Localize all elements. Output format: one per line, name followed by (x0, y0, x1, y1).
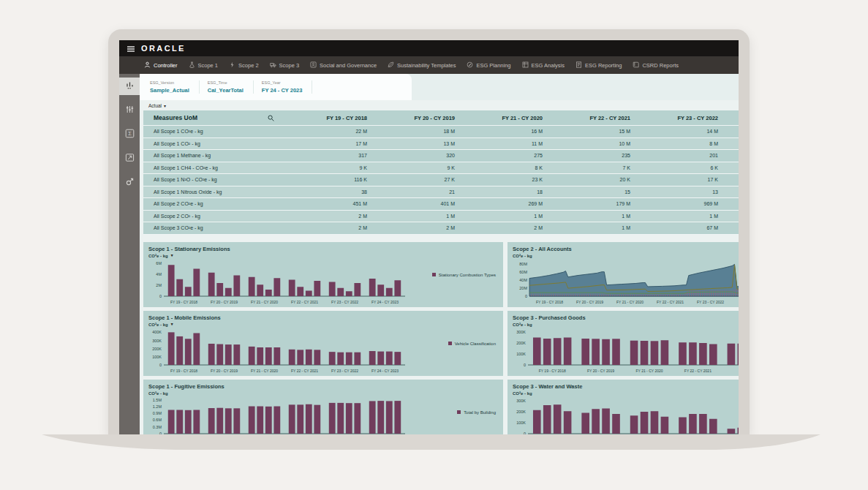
sidebar-item-image-export-icon[interactable] (119, 150, 140, 167)
pov-label: ESG_Time (208, 80, 244, 85)
chart-plot-scope-1-fugitive-emissions: 00.3M0.6M0.9M1.2M1.5MFY 19 - CY 2018FY 2… (145, 396, 408, 436)
person-icon (144, 61, 151, 69)
cell-value: 67 M (641, 225, 728, 230)
report-icon (575, 61, 582, 69)
pov-esg-version[interactable]: ESG_VersionSample_Actual (148, 80, 200, 94)
chart-panel-scope-1-fugitive-emissions: Scope 1 - Fugitive EmissionsCO²e - kgTot… (143, 380, 503, 436)
svg-text:FY 23 - CY 2022: FY 23 - CY 2022 (331, 300, 358, 304)
chevron-down-icon: ▾ (171, 254, 173, 258)
svg-text:FY 23 - CY 2022: FY 23 - CY 2022 (697, 300, 724, 304)
chart-plot-scope-2-all-accounts: 020M40M60M80MFY 19 - CY 2018FY 20 - CY 2… (509, 258, 739, 305)
actual-filter-label: Actual (148, 103, 162, 108)
pov-esg-year[interactable]: ESG_YearFY 24 - CY 2023 (260, 80, 313, 94)
column-header: FY 23 - CY 2022 (641, 115, 728, 121)
tab-scope-2[interactable]: Scope 2 (229, 56, 259, 74)
cell-value: 451 M (290, 201, 377, 206)
chart-measure-selector[interactable]: CO²e - kg▾ (143, 252, 503, 258)
tab-esg-reporting[interactable]: ESG Reporting (575, 56, 622, 74)
svg-text:200K: 200K (152, 346, 162, 350)
chart-title: Scope 3 - Purchased Goods (507, 311, 739, 321)
actual-filter[interactable]: Actual ▾ (140, 101, 739, 110)
chart-panel-scope-3-purchased-goods: Scope 3 - Purchased GoodsCO²e - kg0100K2… (507, 311, 739, 376)
chart-legend: Vehicle Classification (448, 342, 496, 346)
chart-measure-selector[interactable]: CO²e - kg▾ (143, 321, 503, 327)
svg-text:FY 20 - CY 2019: FY 20 - CY 2019 (211, 369, 238, 373)
tab-sustainability-templates[interactable]: Sustainability Templates (388, 56, 456, 74)
cell-value: 179 M (553, 201, 641, 206)
cell-value: 18 M (377, 129, 465, 134)
svg-text:FY 22 - CY 2021: FY 22 - CY 2021 (291, 369, 318, 373)
cell-value: 235 (553, 153, 641, 158)
tab-scope-3[interactable]: Scope 3 (270, 56, 300, 74)
cell-value: 269 M (465, 201, 553, 206)
tab-label: Social and Governance (320, 62, 377, 69)
table-row[interactable]: All Scope 3 CO²e - kg2 M2 M2 M1 M67 M (143, 222, 739, 235)
cell-value: 320 (377, 153, 465, 158)
svg-text:FY 24 - CY 2023: FY 24 - CY 2023 (371, 300, 399, 304)
chart-panel-scope-1-stationary-emissions: Scope 1 - Stationary EmissionsCO²e - kg▾… (143, 242, 503, 307)
row-label: All Scope 2 CO²e - kg (143, 201, 290, 206)
tab-esg-planning[interactable]: ESG Planning (467, 56, 510, 74)
svg-text:FY 20 - CY 2019: FY 20 - CY 2019 (587, 369, 614, 373)
table-row[interactable]: All Scope 1 Nitrous Oxide - kg3821181513 (143, 186, 739, 199)
row-label: All Scope 1 CH4 - CO²e - kg (143, 165, 290, 170)
table-row[interactable]: All Scope 1 N²O - CO²e - kg116 K27 K23 K… (143, 174, 739, 186)
table-row[interactable]: All Scope 1 CO² - kg17 M13 M11 M10 M8 M (143, 138, 739, 151)
svg-text:4M: 4M (156, 272, 162, 276)
measures-table: Measures UoMFY 19 - CY 2018FY 20 - CY 20… (143, 110, 739, 235)
cell-value: 16 M (465, 129, 553, 134)
svg-text:FY 20 - CY 2019: FY 20 - CY 2019 (576, 300, 603, 304)
svg-text:400K: 400K (152, 330, 162, 334)
tab-scope-1[interactable]: Scope 1 (189, 56, 219, 74)
tab-esg-analysis[interactable]: ESG Analysis (522, 56, 565, 74)
hamburger-menu-icon[interactable] (127, 42, 135, 55)
main-nav-tabs: ControllerScope 1Scope 2Scope 3Social an… (119, 56, 739, 74)
male-key-icon (125, 176, 135, 189)
cell-value: 17 K (641, 177, 728, 182)
table-row[interactable]: All Scope 1 CO²e - kg22 M18 M16 M15 M14 … (143, 126, 739, 138)
pov-label: ESG_Version (150, 80, 189, 85)
svg-text:Σ: Σ (128, 130, 132, 137)
cell-value: 10 M (553, 141, 641, 146)
compass-icon (467, 61, 473, 69)
chart-plot-scope-3-water-and-waste: 0100K200K300KFY 19 - CY 2018FY 20 - CY 2… (509, 396, 739, 436)
search-icon[interactable] (268, 115, 290, 121)
column-header: FY 19 - CY 2018 (290, 115, 377, 121)
svg-text:FY 20 - CY 2019: FY 20 - CY 2019 (211, 300, 238, 304)
table-row[interactable]: All Scope 1 Methane - kg317320275235201 (143, 150, 739, 162)
sidebar-item-sliders-icon[interactable] (119, 102, 140, 119)
tab-controller[interactable]: Controller (144, 56, 178, 74)
row-label: All Scope 3 CO²e - kg (143, 225, 290, 230)
sidebar-item-sigma-icon[interactable]: Σ (119, 126, 140, 143)
pov-esg-time[interactable]: ESG_TimeCal_YearTotal (206, 80, 254, 94)
table-row[interactable]: All Scope 2 CO² - kg2 M1 M1 M1 M1 M (143, 211, 739, 223)
table-row[interactable]: All Scope 1 CH4 - CO²e - kg9 K9 K8 K7 K6… (143, 162, 739, 175)
sidebar-item-male-key-icon[interactable] (119, 174, 140, 192)
top-bar: ORACLE (119, 40, 739, 56)
chart-title: Scope 1 - Mobile Emissions (143, 311, 503, 321)
chart-plot-scope-3-purchased-goods: 0100K200K300KFY 19 - CY 2018FY 20 - CY 2… (509, 327, 739, 374)
tab-csrd-reports[interactable]: CSRD Reports (633, 56, 679, 74)
svg-text:FY 19 - CY 2018: FY 19 - CY 2018 (170, 369, 197, 373)
sidebar-item-bar-chart-icon[interactable] (119, 78, 140, 95)
svg-text:FY 19 - CY 2018: FY 19 - CY 2018 (536, 300, 563, 304)
svg-text:0.9M: 0.9M (153, 411, 162, 415)
legend-swatch (457, 410, 461, 414)
svg-text:FY 22 - CY 2021: FY 22 - CY 2021 (657, 300, 684, 304)
table-row[interactable]: All Scope 2 CO²e - kg451 M401 M269 M179 … (143, 198, 739, 211)
svg-text:200K: 200K (516, 341, 526, 345)
svg-text:0: 0 (159, 294, 162, 298)
book-icon (633, 61, 639, 69)
oracle-logo: ORACLE (141, 45, 186, 53)
tab-label: ESG Analysis (532, 62, 565, 69)
chart-measure-selector: CO²e - kg (143, 390, 503, 396)
svg-text:FY 19 - CY 2018: FY 19 - CY 2018 (170, 300, 197, 304)
legend-swatch (448, 342, 452, 345)
svg-text:40M: 40M (519, 278, 527, 282)
tab-social-and-governance[interactable]: Social and Governance (310, 56, 377, 74)
cell-value: 969 M (641, 201, 728, 206)
chart-panel-scope-1-mobile-emissions: Scope 1 - Mobile EmissionsCO²e - kg▾Vehi… (143, 311, 503, 376)
cell-value: 20 K (553, 177, 641, 182)
svg-text:20M: 20M (519, 286, 527, 290)
svg-text:0.6M: 0.6M (153, 418, 162, 422)
